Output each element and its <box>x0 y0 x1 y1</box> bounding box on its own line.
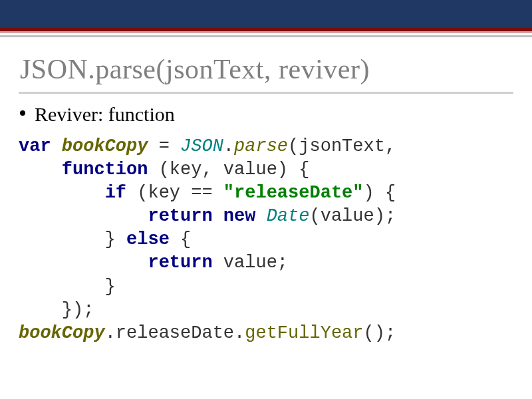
txt: (key, value) { <box>148 160 309 180</box>
bullet-dot-icon <box>20 110 25 116</box>
indent: } <box>19 229 126 249</box>
prop-releaseDate: .releaseDate. <box>105 323 245 343</box>
txt: (value); <box>309 206 396 226</box>
txt: { <box>170 229 191 249</box>
txt: . <box>223 136 234 156</box>
kw-if: if <box>105 183 126 203</box>
txt: } <box>19 277 116 297</box>
txt: ) { <box>364 183 396 203</box>
cls-date: Date <box>267 206 310 226</box>
kw-return: return <box>148 206 212 226</box>
kw-return2: return <box>148 253 212 273</box>
txt <box>213 206 223 226</box>
slide-header-bar <box>0 0 532 28</box>
bullet-line: Reviver: function <box>0 94 532 130</box>
code-block: var bookCopy = JSON.parse(jsonText, func… <box>0 130 532 345</box>
txt: (jsonText, <box>288 136 396 156</box>
meth-getfullyear: getFullYear <box>245 323 363 343</box>
bullet-text: Reviver: function <box>35 103 175 126</box>
indent <box>19 206 148 226</box>
indent <box>19 253 148 273</box>
id-bookcopy: bookCopy <box>62 136 148 156</box>
fn-parse: parse <box>234 136 288 156</box>
slide: JSON.parse(jsonText, reviver) Reviver: f… <box>0 0 532 399</box>
txt: value; <box>213 253 288 273</box>
txt: }); <box>19 300 94 320</box>
txt: (); <box>364 323 396 343</box>
kw-function: function <box>62 160 148 180</box>
indent <box>19 160 62 180</box>
slide-header-rule <box>0 28 532 37</box>
id-bookcopy2: bookCopy <box>19 323 105 343</box>
kw-var: var <box>19 136 51 156</box>
indent <box>19 183 105 203</box>
txt: = <box>148 136 180 156</box>
cls-json: JSON <box>180 136 223 156</box>
kw-new: new <box>223 206 256 226</box>
str-releasedate: "releaseDate" <box>223 183 364 203</box>
txt: (key == <box>126 183 223 203</box>
txt <box>255 206 266 226</box>
slide-title: JSON.parse(jsonText, reviver) <box>0 37 532 92</box>
kw-else: else <box>126 229 170 249</box>
